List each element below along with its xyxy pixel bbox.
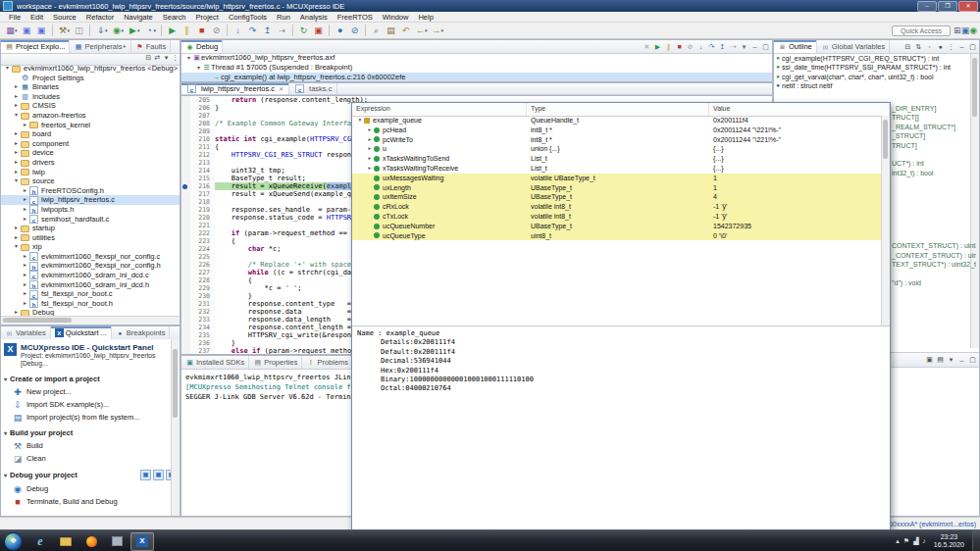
suspend-icon[interactable]: ∥	[180, 23, 194, 38]
dropdown-caret-icon[interactable]: ▾	[122, 27, 125, 33]
minimize-button[interactable]: –	[917, 1, 937, 12]
expander-icon[interactable]: ▸	[22, 280, 28, 290]
tab-problems[interactable]: Problems	[302, 356, 353, 369]
tree-item[interactable]: ▸evkmimxrt1060_flexspi_nor_config.c	[1, 252, 180, 262]
column-header-value[interactable]: Value	[709, 103, 890, 116]
collapse-all-icon[interactable]: ⊟	[903, 43, 912, 51]
suspend-icon[interactable]: ∥	[664, 43, 673, 51]
menu-configtools[interactable]: ConfigTools	[224, 13, 272, 22]
resume-icon[interactable]: ▶	[165, 23, 180, 38]
terminate-icon[interactable]: ■	[194, 23, 209, 38]
tree-item[interactable]: ▾amazon-freertos	[1, 111, 180, 121]
expander-icon[interactable]: ▸	[366, 125, 374, 135]
save-all-icon[interactable]: ▣	[34, 23, 49, 38]
view-menu-icon[interactable]: ▾	[740, 43, 748, 51]
expander-icon[interactable]: ▾	[356, 116, 364, 125]
hide-fields-icon[interactable]: ◦	[925, 43, 934, 50]
close-tab-icon[interactable]: ✕	[279, 85, 284, 92]
expression-row[interactable]: ucQueueNumberUBaseType_t1542372935	[352, 222, 881, 231]
tree-item[interactable]: ▸board	[1, 129, 180, 139]
hide-static-icon[interactable]: ●	[936, 43, 945, 50]
expander-icon[interactable]: ▸	[13, 129, 20, 139]
quickstart-clean-button[interactable]: Clean	[1, 452, 180, 465]
tree-item[interactable]: ▸component	[1, 139, 180, 149]
minimize-view-icon[interactable]: –	[957, 357, 966, 364]
restart-icon[interactable]: ↻	[296, 23, 311, 38]
resume-icon[interactable]: ▶	[653, 43, 662, 51]
tab-outline[interactable]: Outline	[774, 40, 817, 53]
expander-icon[interactable]: ▸	[22, 195, 28, 205]
outline-item[interactable]: _STRUCT]	[892, 131, 976, 140]
outline-item[interactable]: _DIR_ENTRY]	[892, 104, 976, 113]
tab-properties[interactable]: Properties	[249, 356, 302, 369]
show-desktop-button[interactable]	[972, 530, 980, 551]
outline-item[interactable]: UCT*) : int	[892, 159, 976, 168]
expander-icon[interactable]: ▸	[22, 186, 28, 196]
outline-item[interactable]: ssi_date_time(HTTPSRV_SSI_PARAM_STRUCT*)…	[774, 63, 970, 72]
forward-icon[interactable]: →▾	[430, 23, 446, 38]
disconnect-icon[interactable]: ⊘	[209, 23, 224, 38]
debug-stack-item[interactable]: cgi_example() at lwip_httpsrv_freertos.c…	[181, 73, 772, 81]
expander-icon[interactable]: ▸	[13, 92, 20, 102]
view-toolbar-icon-1[interactable]: ▣	[925, 356, 934, 364]
tab-peripherals[interactable]: Peripherals+	[70, 40, 130, 53]
expander-icon[interactable]: ▸	[13, 82, 20, 92]
tab-installed-sdks[interactable]: Installed SDKs	[181, 356, 249, 369]
window-titlebar[interactable]: workspace - evkmimxrt1060_lwip_httpsrv_f…	[0, 0, 980, 12]
menu-search[interactable]: Search	[158, 13, 191, 22]
mcuxpresso-ide-taskbar-button[interactable]: X	[130, 532, 154, 551]
outline-item[interactable]: "d") : void	[892, 278, 976, 287]
tree-item[interactable]: Project Settings	[1, 74, 180, 83]
skip-breakpoints-icon[interactable]: ⊘	[347, 23, 362, 38]
expression-row[interactable]: ▸pcHeadint8_t *0x20011244 "\221!%-"	[352, 125, 881, 135]
step-into-icon[interactable]: ↓	[231, 23, 245, 38]
expression-row[interactable]: uxMessagesWaitingvolatile UBaseType_t1	[352, 174, 881, 183]
tree-item[interactable]: ▸Includes	[1, 92, 180, 102]
menu-freertos[interactable]: FreeRTOS	[333, 13, 378, 22]
menu-source[interactable]: Source	[48, 13, 81, 22]
tree-item[interactable]: ▾xip	[1, 242, 180, 252]
dropdown-caret-icon[interactable]: ▾	[137, 27, 140, 33]
start-button[interactable]: ❖	[4, 532, 23, 551]
view-menu-icon[interactable]: ⋮	[947, 43, 955, 51]
expander-icon[interactable]: ▸	[22, 252, 28, 262]
maximize-button[interactable]: ❐	[938, 1, 957, 12]
tab-faults[interactable]: Faults	[131, 40, 171, 53]
action-center-icon[interactable]: ⚑	[903, 537, 909, 545]
outline-item[interactable]: _REALM_STRUCT*]	[892, 123, 976, 131]
minimize-view-icon[interactable]: –	[750, 43, 759, 50]
expression-row[interactable]: uxItemSizeUBaseType_t4	[352, 192, 881, 202]
clean-icon[interactable]: ◫	[72, 23, 86, 38]
debug-stack-item[interactable]: ▾evkmimxrt1060_lwip_httpsrv_freertos.axf	[181, 53, 772, 63]
tree-item[interactable]: ▸FreeRTOSConfig.h	[1, 186, 180, 196]
menu-analysis[interactable]: Analysis	[295, 13, 333, 22]
view-menu-icon[interactable]: ▾	[947, 356, 955, 364]
expander-icon[interactable]: ▸	[13, 158, 20, 168]
tab-project-explo[interactable]: Project Explo...	[1, 40, 70, 53]
volume-icon[interactable]: ♪	[922, 537, 926, 545]
last-edit-icon[interactable]: ↶	[398, 23, 413, 38]
expression-row[interactable]: ▾example_queueQueueHandle_t0x200111f4	[352, 116, 881, 125]
windows-explorer-taskbar-button[interactable]	[54, 532, 77, 551]
expander-icon[interactable]: ▸	[22, 271, 28, 280]
quickstart-section-debug-your-project[interactable]: ▾Debug your project▣▣▣	[1, 468, 180, 482]
outline-item[interactable]: TRUCT]	[892, 141, 976, 150]
expression-row[interactable]: uxLengthUBaseType_t1	[352, 183, 881, 193]
quickstart-debug-button[interactable]: Debug	[1, 482, 180, 495]
taskbar-clock[interactable]: 23:23 16.5.2020	[934, 533, 964, 549]
step-into-icon[interactable]: ↓	[696, 43, 705, 50]
sort-icon[interactable]: ⇅	[914, 43, 923, 51]
debug-icon[interactable]: ◉▾	[110, 23, 127, 38]
menu-run[interactable]: Run	[272, 13, 295, 22]
outline-item[interactable]: cgi_example(HTTPSRV_CGI_REQ_STRUCT*) : i…	[774, 54, 970, 63]
tree-item[interactable]: ▸freertos_kernel	[1, 121, 180, 130]
tree-item[interactable]: ▸drivers	[1, 158, 180, 168]
expander-icon[interactable]: ▸	[22, 215, 28, 225]
expander-icon[interactable]: ▸	[13, 148, 20, 158]
tree-item[interactable]: ▸startup	[1, 224, 180, 233]
dropdown-caret-icon[interactable]: ▾	[105, 27, 108, 33]
tree-item[interactable]: ▸lwipopts.h	[1, 205, 180, 215]
tree-item[interactable]: ▸device	[1, 148, 180, 158]
tree-item[interactable]: ▸semihost_hardfault.c	[1, 215, 180, 225]
tree-item[interactable]: ▸evkmimxrt1060_sdram_ini_dcd.c	[1, 271, 180, 280]
